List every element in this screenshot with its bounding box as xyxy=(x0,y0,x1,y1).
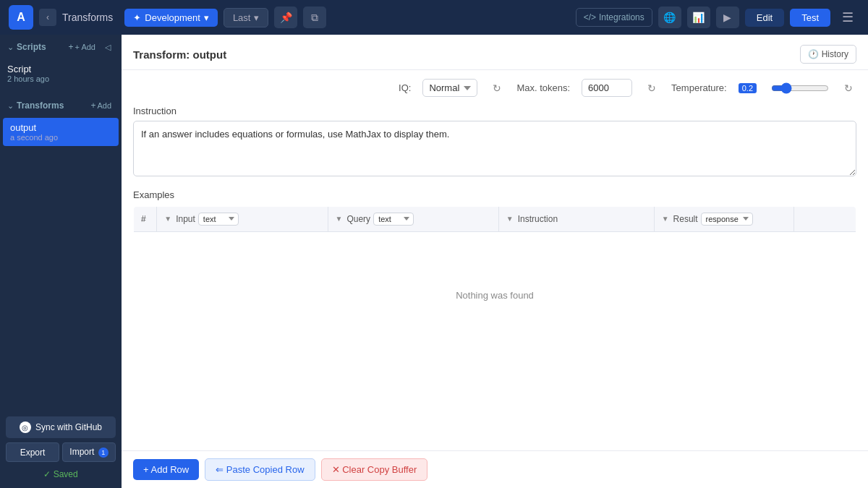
star-icon: ✦ xyxy=(133,12,141,23)
app-logo: A xyxy=(9,5,33,30)
pin-icon: 📌 xyxy=(280,12,292,23)
copy-button[interactable]: ⧉ xyxy=(303,7,326,28)
col-instruction-header: ▼ Instruction xyxy=(498,206,654,231)
github-icon: ◎ xyxy=(20,421,31,433)
iq-reset-button[interactable]: ↻ xyxy=(489,80,505,96)
filter-icon: ▼ xyxy=(662,215,669,223)
col-actions-header xyxy=(794,206,856,231)
add-transform-button[interactable]: + Add xyxy=(88,99,114,112)
import-badge: 1 xyxy=(98,448,109,458)
development-button[interactable]: ✦ Development ▾ xyxy=(124,9,218,27)
transforms-section-title: Transforms xyxy=(17,100,85,111)
content-area: Transform: output 🕐 History IQ: Normal H… xyxy=(122,35,868,488)
refresh-icon: ↻ xyxy=(844,82,853,94)
scripts-section-header: ⌄ Scripts + + Add ◁ xyxy=(0,35,122,59)
temperature-value: 0.2 xyxy=(739,83,757,93)
temperature-reset-button[interactable]: ↻ xyxy=(841,80,856,96)
instruction-textarea[interactable]: If an answer includes equations or formu… xyxy=(133,121,856,176)
export-button[interactable]: Export xyxy=(6,442,59,462)
test-button[interactable]: Test xyxy=(790,9,830,27)
edit-button[interactable]: Edit xyxy=(745,9,784,27)
result-type-select[interactable]: response text xyxy=(701,213,753,226)
export-import-row: Export Import 1 xyxy=(6,442,116,462)
content-header: Transform: output 🕐 History xyxy=(122,35,868,70)
refresh-icon: ↻ xyxy=(493,82,501,94)
chart-button[interactable]: 📊 xyxy=(687,7,710,28)
menu-button[interactable]: ☰ xyxy=(836,7,859,28)
sidebar-bottom: ◎ Sync with GitHub Export Import 1 ✓ Sav… xyxy=(0,411,122,488)
last-button[interactable]: Last ▾ xyxy=(224,8,269,27)
settings-row: IQ: Normal High Max ↻ Max. tokens: ↻ Tem… xyxy=(133,79,856,97)
top-navigation: A ‹ Transforms ✦ Development ▾ Last ▾ 📌 … xyxy=(0,0,868,35)
col-result-header: ▼ Result response text xyxy=(654,206,793,231)
sync-github-button[interactable]: ◎ Sync with GitHub xyxy=(6,416,116,438)
table-header-row: # ▼ Input text image file xyxy=(134,206,856,231)
filter-icon: ▼ xyxy=(506,215,514,223)
play-button[interactable]: ▶ xyxy=(716,7,739,28)
main-layout: ⌄ Scripts + + Add ◁ Script 2 hours ago ⌄… xyxy=(0,35,868,488)
hamburger-icon: ☰ xyxy=(842,9,854,25)
transform-title: Transform: output xyxy=(133,48,226,61)
transforms-section-header: ⌄ Transforms + Add xyxy=(0,93,122,118)
max-tokens-reset-button[interactable]: ↻ xyxy=(644,80,660,96)
filter-icon: ▼ xyxy=(164,215,171,223)
clear-copy-buffer-button[interactable]: ✕ Clear Copy Buffer xyxy=(321,458,428,481)
filter-icon: ▼ xyxy=(336,215,343,223)
play-icon: ▶ xyxy=(723,12,731,23)
code-icon: </> xyxy=(584,12,596,22)
scripts-collapse-icon: ⌄ xyxy=(7,43,14,52)
iq-label: IQ: xyxy=(399,82,411,93)
temperature-label: Temperature: xyxy=(671,82,727,93)
instruction-label: Instruction xyxy=(133,106,856,116)
temperature-slider[interactable] xyxy=(771,82,829,94)
add-script-button[interactable]: + + Add xyxy=(66,40,98,53)
chevron-down-icon: ▾ xyxy=(254,12,259,23)
add-row-button[interactable]: + Add Row xyxy=(133,459,199,480)
input-type-select[interactable]: text image file xyxy=(198,213,239,226)
import-button[interactable]: Import 1 xyxy=(62,442,116,462)
copy-icon: ⧉ xyxy=(311,12,318,24)
back-button[interactable]: ‹ xyxy=(39,9,56,26)
col-hash-header: # xyxy=(134,206,157,231)
col-query-header: ▼ Query text image file xyxy=(328,206,498,231)
empty-state-row: Nothing was found xyxy=(134,231,856,359)
refresh-icon: ↻ xyxy=(647,82,656,94)
paste-row-button[interactable]: ⇐ Paste Copied Row xyxy=(205,458,315,481)
pin-button[interactable]: 📌 xyxy=(274,7,297,28)
integrations-button[interactable]: </> Integrations xyxy=(576,8,652,27)
scripts-collapse-button[interactable]: ◁ xyxy=(101,40,114,53)
sidebar-item-script[interactable]: Script 2 hours ago xyxy=(0,59,122,87)
examples-header: Examples xyxy=(133,189,856,200)
plus-icon: + xyxy=(69,42,74,52)
transforms-collapse-icon: ⌄ xyxy=(7,101,14,111)
globe-button[interactable]: 🌐 xyxy=(658,7,681,28)
history-button[interactable]: 🕐 History xyxy=(800,45,856,64)
query-type-select[interactable]: text image file xyxy=(373,213,414,226)
sidebar-item-output[interactable]: output a second ago xyxy=(3,118,119,146)
transforms-nav-label: Transforms xyxy=(62,12,113,23)
col-input-header: ▼ Input text image file xyxy=(157,206,328,231)
iq-select[interactable]: Normal High Max xyxy=(422,79,477,97)
chart-icon: 📊 xyxy=(692,12,705,23)
saved-indicator: ✓ Saved xyxy=(6,466,116,482)
sidebar: ⌄ Scripts + + Add ◁ Script 2 hours ago ⌄… xyxy=(0,35,122,488)
clock-icon: 🕐 xyxy=(808,49,819,59)
globe-icon: 🌐 xyxy=(663,12,676,23)
nothing-found-message: Nothing was found xyxy=(134,232,856,359)
content-body: IQ: Normal High Max ↻ Max. tokens: ↻ Tem… xyxy=(122,70,868,450)
max-tokens-label: Max. tokens: xyxy=(516,82,570,93)
chevron-down-icon: ▾ xyxy=(204,12,209,23)
examples-table: # ▼ Input text image file xyxy=(133,206,856,359)
max-tokens-input[interactable] xyxy=(582,79,632,97)
bottom-bar: + Add Row ⇐ Paste Copied Row ✕ Clear Cop… xyxy=(122,450,868,488)
scripts-section-title: Scripts xyxy=(17,42,63,52)
plus-icon: + xyxy=(90,100,95,111)
